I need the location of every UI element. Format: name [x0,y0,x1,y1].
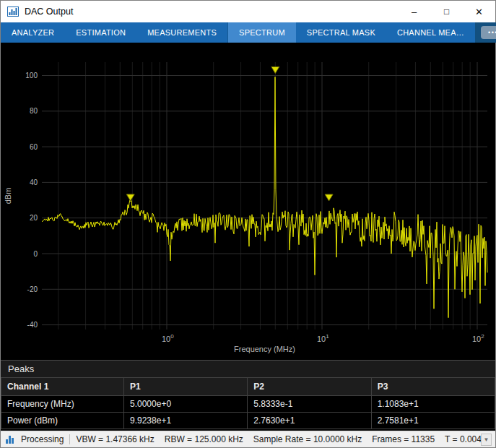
table-cell: 2.7630e+1 [248,413,371,429]
tab-spectral-mask[interactable]: SPECTRAL MASK [296,22,386,43]
maximize-button[interactable]: □ [430,1,463,22]
table-cell: 5.0000e+0 [124,396,248,413]
spectrum-analyzer-window: DAC Output – □ ✕ ANALYZER ESTIMATION MEA… [0,0,496,448]
peaks-panel-title: Peaks [1,360,495,377]
toolstrip: ANALYZER ESTIMATION MEASUREMENTS SPECTRU… [1,22,495,43]
svg-text:40: 40 [30,178,38,186]
peaks-table-header-row: Channel 1 P1 P2 P3 [1,378,495,396]
app-icon [7,7,19,17]
table-cell: Power (dBm) [1,413,124,429]
svg-text:20: 20 [30,214,38,222]
table-cell: Frequency (MHz) [1,396,124,413]
svg-text:100: 100 [162,333,174,343]
ellipsis-icon: ••• [488,29,496,36]
status-readout-rbw: RBW = 125.000 kHz [165,434,243,444]
status-bar: Processing VBW = 1.47366 kHz RBW = 125.0… [1,431,495,447]
table-cell: 1.1083e+1 [371,396,495,413]
minimize-button[interactable]: – [398,1,430,22]
close-icon: ✕ [475,7,483,17]
svg-text:dBm: dBm [4,188,12,204]
status-readout-frames: Frames = 11335 [372,434,435,444]
column-header-p1: P1 [124,378,248,396]
svg-text:100: 100 [25,72,38,79]
scroll-down-icon[interactable]: ▼ [481,434,492,446]
peaks-table: Channel 1 P1 P2 P3 Frequency (MHz) 5.000… [1,377,495,431]
tab-estimation[interactable]: ESTIMATION [65,22,136,43]
column-header-p2: P2 [248,378,371,396]
column-header-p3: P3 [371,378,495,396]
svg-text:-40: -40 [27,321,38,329]
tab-channel-measurements[interactable]: CHANNEL MEA… [386,22,475,43]
svg-text:101: 101 [317,333,329,343]
spectrum-plot: 100101102100806040200-20-40Frequency (MH… [1,43,495,360]
window-controls: – □ ✕ [398,1,495,22]
toolstrip-overflow-button[interactable]: ••• [481,26,496,39]
svg-text:80: 80 [30,107,38,115]
titlebar: DAC Output – □ ✕ [1,1,495,22]
status-readouts: VBW = 1.47366 kHz RBW = 125.000 kHz Samp… [76,434,480,444]
status-readout-vbw: VBW = 1.47366 kHz [76,434,154,444]
status-readout-sample-rate: Sample Rate = 10.0000 kHz [253,434,362,444]
status-divider [69,434,70,444]
status-readout-time: T = 0.00469227 [445,434,481,444]
processing-label: Processing [21,434,64,444]
svg-text:60: 60 [30,143,38,151]
svg-text:102: 102 [472,333,484,343]
tab-spectrum[interactable]: SPECTRUM [227,22,296,43]
spectrum-svg: 100101102100806040200-20-40Frequency (MH… [1,43,496,360]
table-row-power: Power (dBm) 9.9238e+1 2.7630e+1 2.7581e+… [1,413,495,429]
processing-icon [6,435,17,444]
column-header-channel: Channel 1 [1,378,124,396]
svg-text:0: 0 [33,250,38,258]
tab-analyzer[interactable]: ANALYZER [1,22,65,43]
table-cell: 5.8333e-1 [248,396,371,413]
window-title: DAC Output [25,7,73,17]
tab-measurements[interactable]: MEASUREMENTS [136,22,227,43]
table-cell: 2.7581e+1 [371,413,495,429]
table-row-frequency: Frequency (MHz) 5.0000e+0 5.8333e-1 1.10… [1,396,495,413]
minimize-icon: – [412,7,417,17]
svg-text:Frequency (MHz): Frequency (MHz) [234,345,295,353]
table-cell: 9.9238e+1 [124,413,248,429]
close-button[interactable]: ✕ [463,1,495,22]
toolstrip-overflow-zone: ••• [475,22,496,43]
svg-text:-20: -20 [27,285,38,293]
maximize-icon: □ [444,7,449,17]
